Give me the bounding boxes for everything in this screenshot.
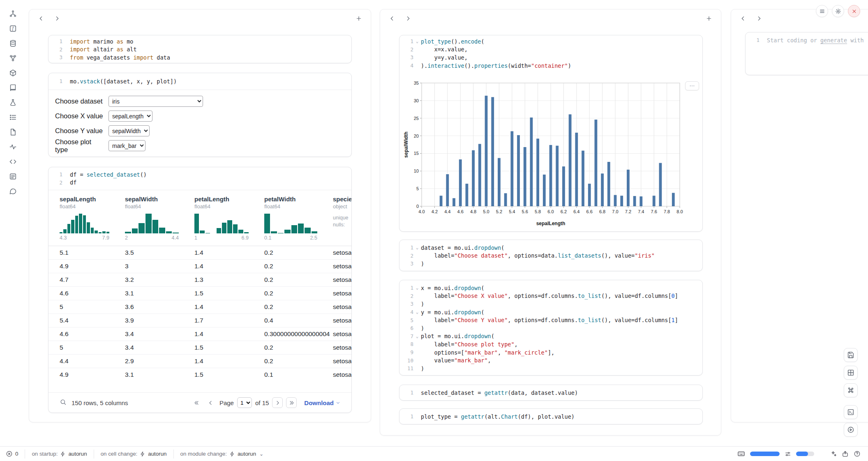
- cpu-usage-meter[interactable]: [750, 452, 780, 456]
- table-cell: 3.2: [125, 276, 194, 284]
- column-prev-button[interactable]: [738, 13, 748, 24]
- share-button[interactable]: [842, 450, 849, 457]
- choose-dataset-select[interactable]: iris: [108, 96, 203, 107]
- console-button[interactable]: [844, 405, 858, 419]
- column-name: petalWidth: [264, 196, 333, 203]
- table-row[interactable]: 4.63.41.40.30000000000000004setosa: [48, 327, 351, 341]
- runtime-config-2[interactable]: on module change:autorun⌄: [180, 451, 264, 457]
- column-type: object: [333, 203, 351, 210]
- fold-toggle-icon[interactable]: ⌄: [413, 245, 421, 250]
- cell-dataset-dropdown[interactable]: 1⌄dataset = mo.ui.dropdown(2 label="Choo…: [399, 240, 703, 271]
- panel-beaker-button[interactable]: [8, 97, 18, 108]
- memory-usage-meter[interactable]: [796, 452, 814, 456]
- panel-file-tree-button[interactable]: [8, 9, 18, 19]
- table-row[interactable]: 53.61.40.2setosa: [48, 300, 351, 313]
- choose-x-value-select[interactable]: sepalLength: [108, 111, 152, 122]
- column-histogram[interactable]: [194, 213, 249, 233]
- save-button[interactable]: [844, 348, 858, 362]
- shutdown-button[interactable]: [848, 5, 860, 17]
- cell-dataframe[interactable]: 1df = selected_dataset()2df sepalLengthf…: [48, 167, 352, 413]
- column-next-button[interactable]: [754, 13, 764, 24]
- help-button[interactable]: [854, 450, 861, 457]
- table-row[interactable]: 5.43.91.70.4setosa: [48, 313, 351, 327]
- divider: [25, 449, 25, 459]
- ai-assist-button[interactable]: [830, 450, 837, 457]
- column-type: float64: [125, 203, 194, 210]
- column-histogram[interactable]: [264, 213, 317, 233]
- cell-xy-plot-dropdowns[interactable]: 1⌄x = mo.ui.dropdown(2 label="Choose X v…: [399, 280, 703, 376]
- code-line: 6): [399, 324, 702, 332]
- generate-with-ai-link[interactable]: generate: [820, 37, 847, 44]
- terminal-icon: [847, 408, 854, 416]
- fold-toggle-icon[interactable]: ⌄: [413, 285, 421, 290]
- code-text: label="Choose X value", options=df.colum…: [421, 293, 678, 299]
- chart-actions-button[interactable]: [685, 81, 699, 90]
- fold-toggle-icon[interactable]: ⌄: [413, 309, 421, 315]
- cell-selected-dataset[interactable]: 1selected_dataset = getattr(data, datase…: [399, 385, 703, 401]
- last-page-button[interactable]: [286, 397, 297, 408]
- table-row[interactable]: 4.931.40.2setosa: [48, 259, 351, 273]
- altair-bar-chart[interactable]: 4.04.24.44.64.85.05.25.45.65.86.06.26.46…: [403, 76, 692, 229]
- download-button[interactable]: Download: [304, 399, 341, 406]
- column-prev-button[interactable]: [387, 13, 397, 24]
- panel-logs-button[interactable]: [8, 171, 18, 182]
- panel-snippets-button[interactable]: [8, 157, 18, 167]
- page-total: of 15: [255, 399, 269, 406]
- fold-toggle-icon[interactable]: ⌄: [413, 334, 421, 339]
- panel-tracing-button[interactable]: [8, 142, 18, 152]
- page-select[interactable]: 1: [237, 397, 252, 408]
- panel-notebook-button[interactable]: [8, 83, 18, 93]
- first-page-button[interactable]: [192, 397, 202, 408]
- keyboard-shortcuts-button[interactable]: [844, 383, 858, 397]
- run-all-button[interactable]: [844, 423, 858, 437]
- histogram-bar: [312, 231, 317, 233]
- menu-button[interactable]: [816, 5, 828, 17]
- add-cell-button[interactable]: [704, 13, 714, 24]
- table-row[interactable]: 4.73.21.30.2setosa: [48, 273, 351, 286]
- histogram-bar: [75, 216, 78, 233]
- table-row[interactable]: 4.93.11.50.1setosa: [48, 368, 351, 381]
- svg-text:5.2: 5.2: [496, 209, 502, 214]
- code-line: 1plot_type = getattr(alt.Chart(df), plot…: [399, 413, 702, 421]
- column-prev-button[interactable]: [36, 13, 46, 24]
- column-next-button[interactable]: [52, 13, 62, 24]
- sliders-button[interactable]: [785, 451, 791, 457]
- cell-plot[interactable]: 1⌄plot_type().encode(2 x=x.value,3 y=y.v…: [399, 35, 703, 232]
- panel-document-button[interactable]: [8, 127, 18, 137]
- panel-chat-button[interactable]: [8, 186, 18, 196]
- runtime-config-0[interactable]: on startup:autorun: [32, 451, 87, 457]
- table-row[interactable]: 5.13.51.40.2setosa: [48, 246, 351, 259]
- table-row[interactable]: 4.42.91.40.2setosa: [48, 354, 351, 368]
- table-search-button[interactable]: [60, 399, 67, 407]
- dropdown-label: Choose X value: [55, 112, 105, 120]
- column-histogram[interactable]: [60, 213, 109, 233]
- cell-plot-type[interactable]: 1plot_type = getattr(alt.Chart(df), plot…: [399, 408, 703, 424]
- prev-page-button[interactable]: [205, 397, 216, 408]
- column-histogram[interactable]: [125, 213, 179, 233]
- cell-vstack[interactable]: 1mo.vstack([dataset, x, y, plot]) Choose…: [48, 73, 352, 157]
- error-indicator[interactable]: 0: [6, 450, 18, 457]
- panel-functions-button[interactable]: ƒ: [8, 23, 18, 34]
- keyboard-button[interactable]: [737, 450, 745, 458]
- panel-outline-button[interactable]: [8, 112, 18, 122]
- panel-datasets-button[interactable]: [8, 38, 18, 48]
- settings-button[interactable]: [832, 5, 844, 17]
- column-next-button[interactable]: [403, 13, 413, 24]
- table-row[interactable]: 53.41.50.2setosa: [48, 341, 351, 354]
- panel-packages-button[interactable]: [8, 68, 18, 78]
- table-row[interactable]: 4.63.11.50.2setosa: [48, 286, 351, 300]
- panel-dependency-graph-button[interactable]: [8, 53, 18, 63]
- layout-button[interactable]: [844, 366, 858, 380]
- choose-plot-type-select[interactable]: mark_bar: [108, 140, 145, 151]
- svg-text:4.2: 4.2: [432, 209, 438, 214]
- add-cell-button[interactable]: [353, 13, 364, 24]
- svg-text:6.8: 6.8: [599, 209, 605, 214]
- datasets-icon: [9, 39, 17, 47]
- cell-empty-editor[interactable]: 1Start coding or generate with: [745, 32, 868, 75]
- cell-imports[interactable]: 1import marimo as mo2import altair as al…: [48, 35, 352, 63]
- fold-toggle-icon[interactable]: ⌄: [413, 39, 421, 44]
- choose-y-value-select[interactable]: sepalWidth: [108, 125, 150, 136]
- svg-text:30: 30: [414, 98, 419, 103]
- runtime-config-1[interactable]: on cell change:autorun: [101, 451, 167, 457]
- next-page-button[interactable]: [272, 397, 283, 408]
